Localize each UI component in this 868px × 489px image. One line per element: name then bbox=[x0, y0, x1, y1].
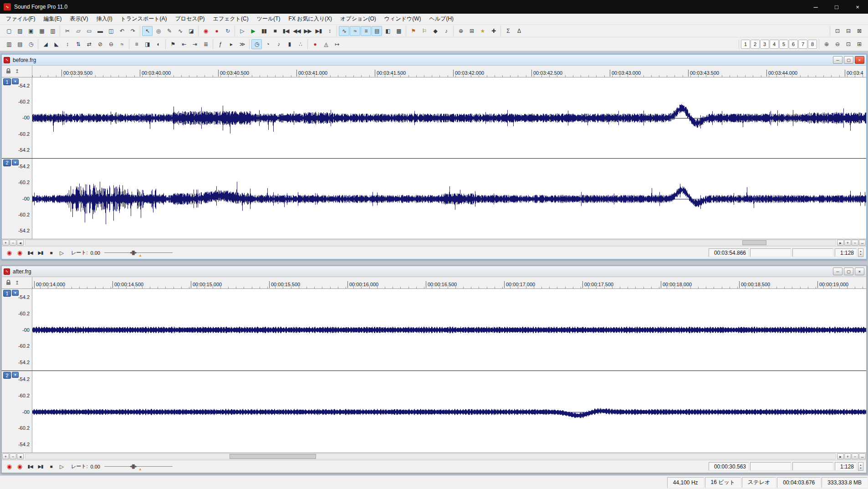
channel-menu-button[interactable]: ▼ bbox=[12, 290, 19, 296]
ruler-toggle-icon[interactable]: ⊟ bbox=[843, 26, 853, 36]
scrollbar-thumb[interactable] bbox=[742, 240, 766, 245]
level-zoom-out-button[interactable]: − bbox=[852, 453, 858, 459]
waveform-display[interactable] bbox=[32, 159, 866, 239]
selection-end-display[interactable] bbox=[792, 248, 833, 257]
grid-toggle-icon[interactable]: ⊠ bbox=[854, 26, 864, 36]
fit-height-icon[interactable]: ↥ bbox=[15, 280, 19, 286]
previous-marker-icon[interactable]: ⇤ bbox=[179, 39, 189, 49]
stop-button[interactable]: ■ bbox=[46, 249, 56, 257]
save-all-icon[interactable]: ▦ bbox=[36, 26, 47, 36]
sample-editor-icon[interactable]: ♪ bbox=[441, 26, 451, 36]
compressor-icon[interactable]: ◨ bbox=[142, 39, 153, 49]
lock-icon[interactable] bbox=[6, 280, 11, 286]
rewind-icon[interactable]: ◀◀ bbox=[291, 26, 302, 36]
menu-item-edit[interactable]: 編集(E) bbox=[39, 14, 66, 24]
cursor-position-display[interactable]: 00:00:30.563 bbox=[709, 462, 749, 471]
center-cursor-icon[interactable]: ↕ bbox=[324, 26, 335, 36]
channel-number-badge[interactable]: 2 bbox=[3, 372, 11, 379]
waveform-display[interactable] bbox=[32, 371, 866, 453]
doc-restore-button[interactable]: ▢ bbox=[844, 268, 853, 275]
menu-item-help[interactable]: ヘルプ(H) bbox=[425, 14, 458, 24]
menu-item-file[interactable]: ファイル(F) bbox=[2, 14, 39, 24]
level-zoom-in-button[interactable]: + bbox=[844, 453, 851, 459]
scrollbar-track[interactable] bbox=[25, 453, 836, 459]
next-marker-icon[interactable]: ⇥ bbox=[189, 39, 200, 49]
record-icon[interactable]: ◉ bbox=[200, 26, 211, 36]
zoom-spinner[interactable]: ▲▼ bbox=[858, 248, 863, 257]
edit-tool-icon[interactable]: ↖ bbox=[142, 26, 153, 36]
time-display-icon[interactable]: ◷ bbox=[26, 39, 36, 49]
format-smpte-icon[interactable]: ▮ bbox=[284, 39, 295, 49]
format-samples-icon[interactable]: ∴ bbox=[295, 39, 306, 49]
insert-region-icon[interactable]: ⚐ bbox=[419, 26, 429, 36]
snap-toggle-icon[interactable]: ⊡ bbox=[832, 26, 842, 36]
play-button[interactable]: ▷ bbox=[57, 249, 66, 257]
scrollbar-track[interactable] bbox=[25, 240, 836, 246]
zoom-preset-4-button[interactable]: 4 bbox=[770, 40, 779, 49]
menu-item-options[interactable]: オプション(O) bbox=[336, 14, 380, 24]
run-script-icon[interactable]: ▸ bbox=[226, 39, 236, 49]
waveform-canvas[interactable] bbox=[32, 77, 866, 158]
zoom-window-icon[interactable]: ⊞ bbox=[854, 39, 864, 49]
input-monitor-icon[interactable]: ◬ bbox=[321, 39, 331, 49]
zoom-preset-7-button[interactable]: 7 bbox=[798, 40, 807, 49]
cursor-position-display[interactable]: 00:03:54.866 bbox=[709, 248, 749, 257]
pause-icon[interactable]: ▮▮ bbox=[259, 26, 269, 36]
script-editor-icon[interactable]: ƒ bbox=[215, 39, 225, 49]
go-to-end-button[interactable]: ▶▮ bbox=[36, 249, 45, 257]
zoom-spinner[interactable]: ▲▼ bbox=[858, 462, 863, 471]
menu-item-process[interactable]: プロセス(P) bbox=[171, 14, 209, 24]
event-tool-icon[interactable]: ◪ bbox=[186, 26, 196, 36]
window-cascade-icon[interactable]: ▩ bbox=[393, 26, 404, 36]
view-levels-icon[interactable]: ≡ bbox=[361, 26, 371, 36]
doc-title-bar[interactable]: ∿ after.frg ─ ▢ × bbox=[2, 266, 866, 277]
remote-record-icon[interactable]: ● bbox=[211, 26, 222, 36]
remote-record-button[interactable]: ◉ bbox=[15, 249, 24, 257]
fit-height-icon[interactable]: ↥ bbox=[15, 68, 19, 74]
rate-slider[interactable]: ◄█► ▲ bbox=[104, 463, 173, 470]
scroll-right-button[interactable]: ▸ bbox=[837, 453, 844, 459]
window-split-handle[interactable]: ↔ bbox=[859, 453, 866, 459]
maximize-button[interactable]: □ bbox=[826, 0, 847, 14]
minimize-button[interactable]: ─ bbox=[805, 0, 826, 14]
time-zoom-in-button[interactable]: + bbox=[2, 453, 9, 459]
batch-converter-icon[interactable]: ≫ bbox=[237, 39, 247, 49]
channel-menu-button[interactable]: ▼ bbox=[12, 372, 19, 378]
go-to-end-icon[interactable]: ▶▮ bbox=[313, 26, 324, 36]
time-ruler[interactable]: 00:03:39.50000:03:40.00000:03:40.50000:0… bbox=[32, 66, 866, 77]
doc-minimize-button[interactable]: ─ bbox=[833, 56, 842, 64]
menu-item-effects[interactable]: エフェクト(C) bbox=[209, 14, 253, 24]
window-split-handle[interactable]: ↔ bbox=[859, 240, 866, 246]
zoom-preset-6-button[interactable]: 6 bbox=[789, 40, 798, 49]
time-zoom-out-button[interactable]: − bbox=[10, 240, 16, 246]
rate-slider-thumb[interactable]: ◄█► bbox=[129, 251, 138, 255]
zoom-preset-8-button[interactable]: 8 bbox=[808, 40, 817, 49]
magnify-tool-icon[interactable]: ◎ bbox=[153, 26, 163, 36]
waveform-canvas[interactable] bbox=[32, 159, 866, 239]
close-button[interactable]: × bbox=[847, 0, 868, 14]
waveform-canvas[interactable] bbox=[32, 289, 866, 371]
doc-close-button[interactable]: × bbox=[855, 56, 864, 64]
rate-slider-thumb[interactable]: ◄█► bbox=[129, 464, 138, 468]
fx-favorites-icon[interactable]: ★ bbox=[477, 26, 488, 36]
dc-offset-icon[interactable]: ⊖ bbox=[106, 39, 116, 49]
selection-start-display[interactable] bbox=[750, 462, 791, 471]
menu-item-tools[interactable]: ツール(T) bbox=[253, 14, 285, 24]
zoom-out-time-icon[interactable]: ⊖ bbox=[832, 39, 842, 49]
lock-icon[interactable] bbox=[6, 68, 11, 75]
menu-item-fx-favorites[interactable]: FX お気に入り(X) bbox=[285, 14, 337, 24]
undo-icon[interactable]: ↶ bbox=[117, 26, 127, 36]
trim-crop-icon[interactable]: ◫ bbox=[106, 26, 116, 36]
format-measures-icon[interactable]: ♪ bbox=[273, 39, 284, 49]
level-zoom-in-button[interactable]: + bbox=[844, 240, 851, 246]
audio-plugin-manager-icon[interactable]: ⊞ bbox=[466, 26, 477, 36]
channel-menu-button[interactable]: ▼ bbox=[12, 78, 19, 84]
go-to-end-button[interactable]: ▶▮ bbox=[36, 463, 45, 471]
doc-restore-button[interactable]: ▢ bbox=[844, 56, 853, 64]
channel-number-badge[interactable]: 2 bbox=[3, 160, 11, 166]
record-button[interactable]: ◉ bbox=[5, 463, 14, 471]
invert-phase-icon[interactable]: ⇅ bbox=[73, 39, 83, 49]
midi-keyboard-icon[interactable]: ▤ bbox=[15, 39, 25, 49]
channel-menu-button[interactable]: ▼ bbox=[12, 160, 19, 165]
new-file-icon[interactable]: ▢ bbox=[4, 26, 14, 36]
